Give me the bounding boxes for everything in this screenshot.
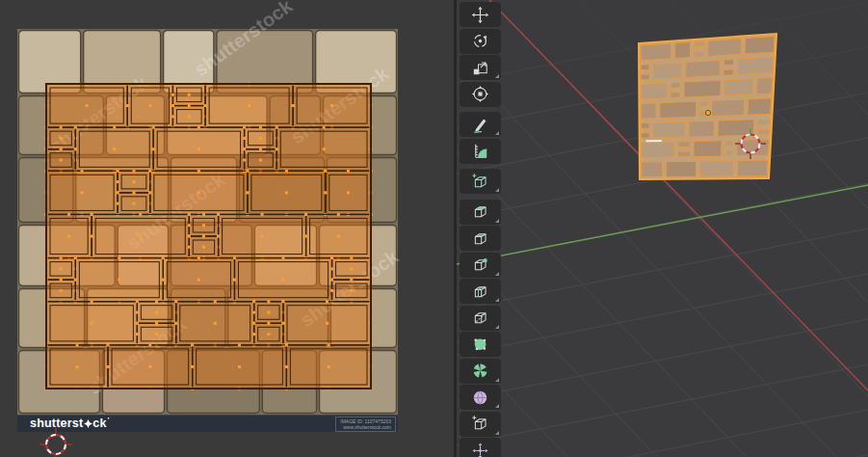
- move-icon: [471, 6, 489, 24]
- measure-tool-button[interactable]: [460, 139, 501, 164]
- scale-tool-button[interactable]: [460, 55, 501, 80]
- inset-faces-tool-button[interactable]: [460, 226, 501, 251]
- add-cube-tool-button[interactable]: [460, 169, 501, 194]
- inset-icon: [471, 229, 489, 248]
- add-cube-icon: [471, 173, 489, 191]
- rotate-tool-button[interactable]: [460, 29, 501, 54]
- extrude-icon: [471, 202, 489, 221]
- bevel-tool-button[interactable]: [460, 253, 501, 278]
- transform-tool-button[interactable]: [460, 82, 501, 107]
- subtool-indicator: [495, 404, 499, 408]
- subtool-indicator: [495, 219, 499, 223]
- transform-icon: [471, 85, 489, 103]
- star-icon: [84, 419, 92, 428]
- annotate-icon: [471, 116, 489, 134]
- subtool-indicator: [495, 272, 499, 276]
- measure-icon: [471, 142, 489, 160]
- knife-tool-button[interactable]: [460, 306, 501, 331]
- spin-tool-button[interactable]: [460, 359, 501, 384]
- poly-build-icon: [471, 336, 489, 354]
- annotate-tool-button[interactable]: [460, 112, 501, 137]
- subtool-indicator: [495, 188, 499, 192]
- subtool-indicator: [495, 378, 499, 382]
- watermark-url-text: www.shutterstock.com: [340, 424, 391, 430]
- toolbar: [457, 0, 503, 457]
- extrude-region-tool-button[interactable]: [460, 200, 501, 225]
- shrink-fatten-icon: [471, 442, 489, 457]
- shrink-fatten-tool-button[interactable]: [460, 438, 501, 457]
- logo-text-suffix: ck: [92, 417, 106, 430]
- uv-island-selection[interactable]: [45, 83, 373, 390]
- move-tool-button[interactable]: [460, 2, 501, 27]
- edge-slide-icon: [471, 415, 489, 433]
- uv-2d-cursor[interactable]: [37, 424, 79, 457]
- spin-icon: [471, 362, 489, 380]
- loop-cut-icon: [471, 282, 489, 301]
- subtool-indicator: [495, 431, 499, 435]
- knife-icon: [471, 309, 489, 327]
- object-origin-dot: [705, 110, 710, 115]
- image-id-box: IMAGE ID: 1107475203 www.shutterstock.co…: [335, 417, 396, 432]
- rotate-icon: [471, 32, 489, 50]
- scale-icon: [471, 59, 489, 77]
- loop-cut-tool-button[interactable]: [460, 279, 501, 304]
- viewport-3d-scene: [457, 0, 868, 457]
- subtool-indicator: [495, 298, 499, 302]
- uv-image-editor-panel: shutterstockshutterstockshutterstockshut…: [0, 0, 454, 457]
- texture-image: shutterstockshutterstockshutterstockshut…: [0, 0, 454, 457]
- smooth-icon: [471, 389, 489, 407]
- smooth-tool-button[interactable]: [460, 385, 501, 410]
- subtool-indicator: [495, 325, 499, 329]
- poly-build-tool-button[interactable]: [460, 332, 501, 357]
- wall-plane-mesh[interactable]: [639, 34, 776, 179]
- blender-window: shutterstockshutterstockshutterstockshut…: [0, 0, 868, 457]
- bevel-icon: [471, 255, 489, 274]
- edge-slide-tool-button[interactable]: [460, 412, 501, 437]
- stone-wall-texture: shutterstockshutterstockshutterstockshut…: [17, 0, 403, 415]
- subtool-indicator: [495, 74, 499, 78]
- image-id-text: IMAGE ID: 1107475203: [340, 418, 391, 424]
- viewport-3d-panel: [457, 0, 868, 457]
- logo-trademark: ’: [108, 417, 110, 423]
- subtool-indicator: [495, 131, 499, 135]
